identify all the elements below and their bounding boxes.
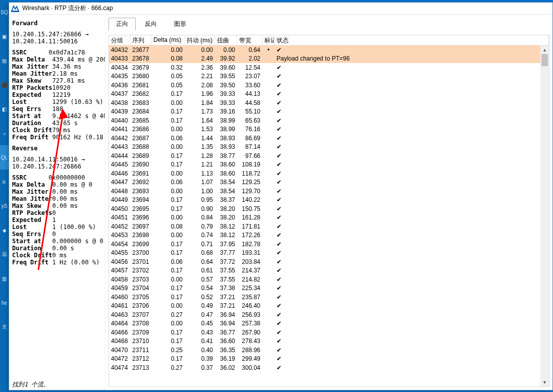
- table-row[interactable]: 40474237130.270.3736.02300.04✔: [109, 363, 549, 372]
- table-row[interactable]: 40459237040.170.5437.38225.34✔: [109, 284, 549, 293]
- cell-skew: 36.35: [215, 347, 237, 354]
- cell-jitter: 0.90: [185, 205, 215, 212]
- cell-bw: 12.54: [237, 64, 262, 71]
- table-row[interactable]: 40447236920.061.0738.54129.25✔: [109, 178, 549, 187]
- desktop-icon[interactable]: ▣: [0, 24, 9, 48]
- col-mark[interactable]: 标记: [262, 35, 274, 45]
- table-row[interactable]: 40441236860.001.5338.9976.16✔: [109, 125, 549, 134]
- cell-group: 40456: [109, 258, 130, 265]
- table-header[interactable]: 分组 序列 Delta (ms) 抖动 (ms) 扭曲 带宽 标记 状态: [109, 35, 549, 45]
- cell-skew: 39.33: [215, 90, 237, 97]
- tab-forward[interactable]: 正向: [108, 18, 136, 30]
- desktop-icon[interactable]: ⟐: [0, 121, 9, 145]
- col-skew[interactable]: 扭曲: [215, 35, 237, 45]
- desktop-icon[interactable]: ◧: [0, 97, 9, 121]
- cell-skew: 38.37: [215, 196, 237, 203]
- cell-group: 40460: [109, 294, 130, 301]
- table-row[interactable]: 40444236890.171.2838.7797.66✔: [109, 151, 549, 160]
- cell-status: ✔: [274, 311, 549, 318]
- desktop-icon[interactable]: he: [0, 291, 9, 315]
- col-status[interactable]: 状态: [274, 35, 549, 45]
- desktop-icon[interactable]: ⬛: [0, 73, 9, 97]
- col-delta[interactable]: Delta (ms): [151, 35, 185, 45]
- cell-status: ✔: [274, 64, 549, 71]
- desktop-icon[interactable]: ▤: [0, 48, 9, 73]
- cell-bw: 288.96: [237, 347, 262, 354]
- cell-seq: 23695: [130, 205, 151, 212]
- desktop-icon[interactable]: SQ: [0, 0, 9, 24]
- table-row[interactable]: 40435236800.052.2139.5523.07✔: [109, 72, 549, 81]
- table-row[interactable]: 40448236930.001.0038.54129.70✔: [109, 187, 549, 196]
- desktop-icon[interactable]: 主: [0, 315, 9, 339]
- table-row[interactable]: 40470237110.250.4036.35288.96✔: [109, 346, 549, 355]
- table-row[interactable]: 40434236790.322.3639.6012.54✔: [109, 63, 549, 72]
- table-row[interactable]: 40460237050.170.5237.21235.87✔: [109, 293, 549, 302]
- table-row[interactable]: 40468237100.170.4136.60278.43✔: [109, 337, 549, 346]
- table-row[interactable]: 40436236810.052.0839.5033.60✔: [109, 81, 549, 90]
- table-row[interactable]: 40437236820.171.9639.3344.13✔: [109, 90, 549, 99]
- cell-jitter: 0.40: [185, 347, 215, 354]
- cell-jitter: 1.21: [185, 161, 215, 168]
- cell-skew: 38.20: [215, 205, 237, 212]
- cell-status: ✔: [274, 214, 549, 221]
- cell-jitter: 0.47: [185, 311, 215, 318]
- desktop-icon[interactable]: QL: [0, 145, 9, 170]
- table-row[interactable]: 40466237090.170.4336.77267.90✔: [109, 328, 549, 337]
- rev-maxdelta-v: 0.00 ms @ 0: [52, 181, 92, 188]
- scroll-thumb[interactable]: [541, 54, 548, 66]
- col-group[interactable]: 分组: [109, 35, 130, 45]
- desktop-icon[interactable]: yS: [0, 194, 9, 218]
- tab-reverse[interactable]: 反向: [137, 18, 164, 30]
- table-row[interactable]: 40446236910.001.1338.60118.72✔: [109, 169, 549, 178]
- table-row[interactable]: 40445236900.171.2138.60108.19✔: [109, 160, 549, 170]
- cell-group: 40466: [109, 329, 130, 336]
- table-row[interactable]: 40432236770.000.000.000.64•✔: [109, 45, 549, 54]
- table-row[interactable]: 40440236850.171.6438.9965.63✔: [109, 116, 549, 125]
- cell-bw: 257.38: [237, 320, 262, 327]
- table-row[interactable]: 40438236830.001.8439.3344.58✔: [109, 98, 549, 107]
- cell-delta: 0.00: [151, 143, 185, 150]
- col-jitter[interactable]: 抖动 (ms): [185, 35, 215, 45]
- table-row[interactable]: 40455237000.170.6837.77193.31✔: [109, 249, 549, 258]
- fwd-meanjitter-l: Mean Jitter: [12, 70, 52, 77]
- table-row[interactable]: 40453236980.000.7438.12172.26✔: [109, 231, 549, 240]
- col-seq[interactable]: 序列: [130, 35, 151, 45]
- rev-addr2: 10.240.15.247:26866: [12, 163, 103, 170]
- desktop-icon[interactable]: ◆: [0, 218, 9, 242]
- cell-bw: 33.60: [237, 82, 262, 89]
- table-row[interactable]: 40457237020.170.6137.55214.37✔: [109, 266, 549, 275]
- table-row[interactable]: 40472237120.170.3936.19299.49✔: [109, 355, 549, 364]
- table-row[interactable]: 40443236880.001.3538.9387.14✔: [109, 143, 549, 152]
- table-row[interactable]: 40451236960.000.8438.20161.28✔: [109, 213, 549, 222]
- rev-maxskew-v: 0.00 ms: [52, 202, 78, 209]
- table-row[interactable]: 40456237010.060.6437.72203.84✔: [109, 257, 549, 266]
- rev-maxdelta-l: Max Delta: [12, 181, 45, 188]
- table-body[interactable]: 40432236770.000.000.000.64•✔40433236780.…: [109, 45, 549, 386]
- scrollbar[interactable]: ▲ ▼: [540, 45, 549, 386]
- table-row[interactable]: 40464237080.000.4536.94257.38✔: [109, 319, 549, 328]
- cell-status: ✔: [274, 46, 549, 53]
- desktop-icon[interactable]: ic: [0, 170, 9, 194]
- scroll-down-icon[interactable]: ▼: [540, 378, 549, 386]
- desktop-icon[interactable]: 远: [0, 242, 9, 266]
- table-row[interactable]: 40454236990.170.7137.95182.78✔: [109, 240, 549, 249]
- titlebar[interactable]: Wireshark · RTP 流分析 · 666.cap: [9, 3, 552, 15]
- table-row[interactable]: 40442236870.061.4438.9386.69✔: [109, 134, 549, 143]
- tab-graph[interactable]: 图形: [167, 18, 194, 30]
- table-row[interactable]: 40449236940.170.9538.37140.22✔: [109, 196, 549, 205]
- table-row[interactable]: 40439236840.171.7339.1655.10✔: [109, 107, 549, 117]
- table-row[interactable]: 40463237070.270.4736.94256.93✔: [109, 310, 549, 319]
- table-row[interactable]: 40452236970.080.7938.12171.81✔: [109, 222, 549, 231]
- fwd-maxskew-v: 727.01 ms: [52, 77, 85, 84]
- cell-status: ✔: [274, 188, 549, 195]
- table-row[interactable]: 40458237030.000.5737.55214.82✔: [109, 275, 549, 284]
- desktop-icon[interactable]: ▥: [0, 266, 9, 291]
- table-row[interactable]: 40433236780.082.4939.922.02Payload chang…: [109, 54, 549, 64]
- table-row[interactable]: 40461237060.000.4937.21246.40✔: [109, 302, 549, 311]
- scroll-up-icon[interactable]: ▲: [540, 45, 549, 54]
- table-row[interactable]: 40450236950.170.9038.20150.75✔: [109, 204, 549, 213]
- cell-status: ✔: [274, 135, 549, 142]
- col-bw[interactable]: 带宽: [237, 35, 262, 45]
- fwd-addr2: 10.240.14.11:50016: [12, 38, 103, 45]
- cell-group: 40434: [109, 64, 130, 71]
